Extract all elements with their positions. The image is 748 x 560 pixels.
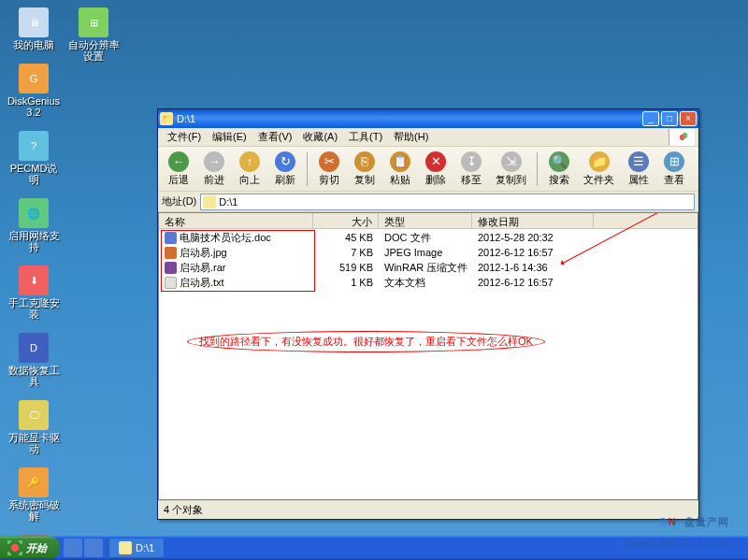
delete-icon: ✕ [425,151,446,172]
menu-edit[interactable]: 编辑(E) [207,128,252,146]
jpg-icon [165,247,177,259]
watermark-url: WWW.UPANTOOL.COM [626,538,729,549]
windows-flag-icon [669,129,695,146]
separator [537,152,538,186]
menu-file[interactable]: 文件(F) [162,128,207,146]
recovery-icon: D [19,333,49,363]
delete-button[interactable]: ✕删除 [419,150,453,189]
desktop-icon-pecmd[interactable]: ?PECMD说明 [7,131,60,185]
menu-view[interactable]: 查看(V) [252,128,298,146]
menu-help[interactable]: 帮助(H) [388,128,434,146]
desktop-icon-diskgenius[interactable]: GDiskGenius 3.2 [7,64,60,118]
file-row[interactable]: 启动易.rar519 KBWinRAR 压缩文件2012-1-6 14:36 [159,260,698,275]
taskbar-button[interactable]: D:\1 [108,538,165,558]
watermark: DN 盘量产网 [660,503,729,532]
doc-icon: ? [19,131,49,161]
copyto-button[interactable]: ⇲复制到 [490,150,532,189]
desktop-icon-display[interactable]: 🖵万能显卡驱动 [7,400,60,454]
menu-favorites[interactable]: 收藏(A) [297,128,343,146]
display-icon: 🖵 [19,400,49,430]
view-icon: ⊞ [664,151,684,172]
copy-icon: ⎘ [354,151,375,172]
explorer-window: 📁 D:\1 _ □ × 文件(F) 编辑(E) 查看(V) 收藏(A) 工具(… [157,108,699,520]
desktop-icon-clone[interactable]: ⬇手工克隆安装 [7,266,60,320]
col-size[interactable]: 大小 [313,213,379,228]
col-date[interactable]: 修改日期 [472,213,594,228]
maximize-button[interactable]: □ [661,111,678,126]
resolution-icon: ⊞ [79,7,108,37]
folder-icon [203,195,216,208]
col-name[interactable]: 名称 [159,213,313,228]
properties-icon: ☰ [628,151,649,172]
close-button[interactable]: × [680,111,697,126]
cut-button[interactable]: ✂剪切 [312,150,346,189]
disk-icon: G [19,64,49,93]
desktop-icon-resolution[interactable]: ⊞自动分辨率设置 [67,7,120,62]
paste-icon: 📋 [390,151,410,172]
back-button[interactable]: ←后退 [162,150,195,189]
file-list: 名称 大小 类型 修改日期 电脑技术员论坛.doc45 KBDOC 文件2012… [158,212,698,500]
paste-button[interactable]: 📋粘贴 [383,150,417,189]
status-text: 4 个对象 [164,503,203,517]
desktop-icons-col2: ⊞自动分辨率设置 [67,7,120,62]
address-label: 地址(D) [162,194,200,208]
forward-icon: → [204,151,224,172]
properties-button[interactable]: ☰属性 [622,150,655,189]
moveto-button[interactable]: ↧移至 [454,150,488,189]
clone-icon: ⬇ [19,266,49,295]
annotation-text: 找到的路径看下，有没恢复成功。很好都恢复了，重启看下文件怎么样OK [187,331,545,352]
moveto-icon: ↧ [461,151,482,172]
file-rows: 电脑技术员论坛.doc45 KBDOC 文件2012-5-28 20:32 启动… [159,229,698,291]
search-icon: 🔍 [549,151,569,172]
search-button[interactable]: 🔍搜索 [542,150,576,189]
titlebar[interactable]: 📁 D:\1 _ □ × [158,109,698,128]
folder-icon: 📁 [160,112,173,125]
file-row[interactable]: 电脑技术员论坛.doc45 KBDOC 文件2012-5-28 20:32 [159,230,698,245]
refresh-button[interactable]: ↻刷新 [268,150,302,189]
folder-icon: 📁 [589,151,610,172]
file-row[interactable]: 启动易.txt1 KB文本文档2012-6-12 16:57 [159,275,698,290]
file-row[interactable]: 启动易.jpg7 KBJPEG Image2012-6-12 16:57 [159,245,698,260]
quicklaunch-item[interactable] [84,538,103,557]
start-button[interactable]: 开始 [0,537,60,559]
quicklaunch-item[interactable] [64,538,82,557]
folder-button[interactable]: 📁文件夹 [578,150,620,189]
doc-icon [165,232,177,244]
rar-icon [165,262,177,274]
view-button[interactable]: ⊞查看 [657,150,691,189]
desktop-icons-col1: 🖥我的电脑 GDiskGenius 3.2 ?PECMD说明 🌐启用网络支持 ⬇… [7,7,60,560]
address-value: D:\1 [219,196,237,208]
desktop-icon-network[interactable]: 🌐启用网络支持 [7,198,60,252]
folder-icon [119,541,132,554]
status-bar: 4 个对象 [158,500,698,519]
desktop-icon-password[interactable]: 🔑系统密码破解 [7,467,60,522]
menubar: 文件(F) 编辑(E) 查看(V) 收藏(A) 工具(T) 帮助(H) [158,128,698,147]
minimize-button[interactable]: _ [642,111,659,126]
up-icon: ↑ [239,151,260,172]
back-icon: ← [168,151,189,172]
desktop-icon-recovery[interactable]: D数据恢复工具 [7,333,60,387]
address-bar: 地址(D) D:\1 [158,192,698,212]
toolbar: ←后退 →前进 ↑向上 ↻刷新 ✂剪切 ⎘复制 📋粘贴 ✕删除 ↧移至 ⇲复制到… [158,147,698,192]
col-type[interactable]: 类型 [379,213,472,228]
separator [307,152,308,186]
forward-button[interactable]: →前进 [197,150,231,189]
quick-launch [64,538,103,557]
address-input[interactable]: D:\1 [200,194,695,210]
network-icon: 🌐 [19,198,49,228]
txt-icon [165,277,177,289]
refresh-icon: ↻ [275,151,295,172]
copy-button[interactable]: ⎘复制 [348,150,381,189]
computer-icon: 🖥 [19,7,49,37]
list-header: 名称 大小 类型 修改日期 [159,213,698,229]
cut-icon: ✂ [319,151,339,172]
window-title: D:\1 [177,113,642,124]
menu-tools[interactable]: 工具(T) [343,128,388,146]
desktop-icon-mycomputer[interactable]: 🖥我的电脑 [7,7,60,50]
key-icon: 🔑 [19,467,49,497]
up-button[interactable]: ↑向上 [233,150,266,189]
copyto-icon: ⇲ [501,151,522,172]
